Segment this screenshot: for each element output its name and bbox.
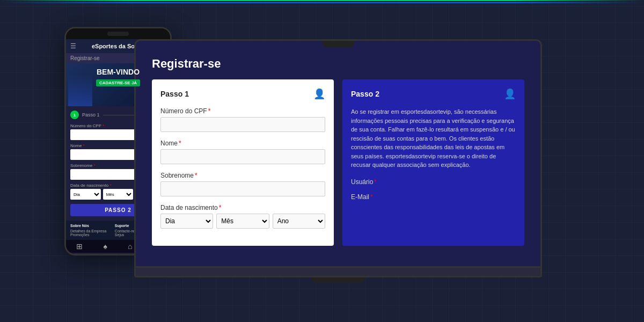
nav-grid-icon[interactable]: ⊞ bbox=[76, 242, 83, 251]
panel-2-step-label: Passo 2 bbox=[351, 90, 379, 98]
panel-1: Passo 1 👤 Número do CPF* bbox=[152, 79, 334, 246]
sobrenome-field-group: Sobrenome* bbox=[160, 172, 325, 196]
panel-2-header: Passo 2 👤 bbox=[351, 88, 516, 100]
cpf-field-group: Número do CPF* bbox=[160, 107, 325, 132]
date-field-group: Data de nascimento* Dia Mês Ano bbox=[160, 204, 325, 229]
email-field-group: E-Mail* bbox=[351, 193, 516, 201]
footer-col-sobre: Sobre Nós Detalhes da Empresa Promoções bbox=[70, 224, 106, 237]
blue-accent-line bbox=[0, 2, 644, 3]
laptop-screen: Registrar-se Passo 1 👤 Número do CPF* bbox=[136, 41, 540, 266]
sobrenome-input[interactable] bbox=[160, 181, 325, 196]
nav-home-icon[interactable]: ⌂ bbox=[128, 242, 132, 251]
date-label: Data de nascimento* bbox=[160, 204, 325, 211]
step-1-label: Passo 1 bbox=[82, 112, 100, 118]
page-title: Registrar-se bbox=[152, 57, 524, 71]
laptop-base bbox=[134, 268, 542, 277]
panel-1-header: Passo 1 👤 bbox=[160, 88, 325, 100]
panel-2: Passo 2 👤 Ao se registrar em esportesdas… bbox=[342, 79, 524, 246]
day-select[interactable]: Dia bbox=[160, 214, 213, 229]
year-select[interactable]: Ano bbox=[273, 214, 325, 229]
laptop-mockup: Registrar-se Passo 1 👤 Número do CPF* bbox=[134, 39, 542, 283]
nome-input[interactable] bbox=[160, 149, 325, 164]
green-accent-line bbox=[0, 0, 644, 1]
phone-month-select[interactable]: Mês bbox=[103, 189, 134, 200]
top-decorative-lines bbox=[0, 0, 644, 3]
nav-cards-icon[interactable]: ♠ bbox=[103, 242, 107, 251]
cpf-label: Número do CPF* bbox=[160, 107, 325, 115]
panel-2-user-icon: 👤 bbox=[504, 88, 516, 100]
laptop-notch bbox=[322, 41, 354, 47]
usuario-field-group: Usuário* bbox=[351, 178, 516, 186]
panel-1-step-label: Passo 1 bbox=[160, 90, 189, 98]
usuario-label: Usuário* bbox=[351, 178, 516, 186]
back-label[interactable]: Registrar-se bbox=[70, 55, 99, 61]
footer-promocoes: Promoções bbox=[70, 233, 106, 237]
phone-day-select[interactable]: Dia bbox=[70, 189, 101, 200]
date-row: Dia Mês Ano bbox=[160, 214, 325, 229]
hamburger-icon[interactable]: ☰ bbox=[70, 42, 76, 50]
nome-label: Nome* bbox=[160, 140, 325, 147]
laptop-stand bbox=[311, 277, 365, 283]
banner-title: BEM-VINDO bbox=[70, 68, 166, 77]
phone-notch bbox=[66, 28, 170, 39]
footer-empresa: Detalhes da Empresa bbox=[70, 229, 106, 233]
screen-content: Registrar-se Passo 1 👤 Número do CPF* bbox=[136, 41, 540, 257]
cpf-input[interactable] bbox=[160, 117, 325, 132]
step-1-circle: 1 bbox=[70, 111, 79, 119]
panel-1-user-icon: 👤 bbox=[313, 88, 325, 100]
nome-field-group: Nome* bbox=[160, 140, 325, 164]
phone-camera bbox=[107, 32, 129, 36]
month-select[interactable]: Mês bbox=[216, 214, 269, 229]
form-panels: Passo 1 👤 Número do CPF* bbox=[152, 79, 524, 246]
email-label: E-Mail* bbox=[351, 193, 516, 201]
sobrenome-label: Sobrenome* bbox=[160, 172, 325, 179]
banner-subtitle: CADASTRE-SE JÁ bbox=[96, 79, 140, 86]
info-paragraph: Ao se registrar em esportesdasortevip, s… bbox=[351, 107, 516, 170]
footer-sobre-title: Sobre Nós bbox=[70, 224, 106, 228]
laptop-body: Registrar-se Passo 1 👤 Número do CPF* bbox=[134, 39, 542, 268]
